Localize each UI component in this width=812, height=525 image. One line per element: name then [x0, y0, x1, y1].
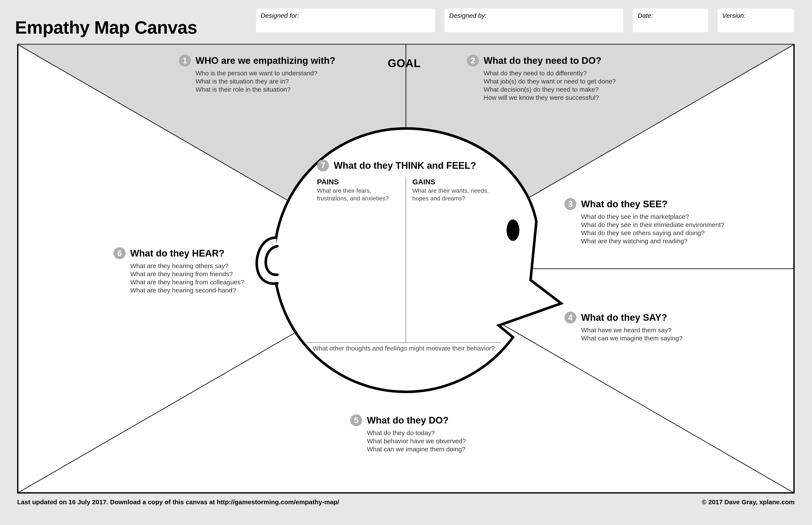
footer-left: Last updated on 16 July 2017. Download a…: [17, 498, 339, 506]
section-number: 3: [564, 198, 576, 210]
section-title: What do they THINK and FEEL?: [334, 160, 476, 171]
section-number: 2: [467, 55, 479, 66]
label-designed-for: Designed for:: [261, 12, 299, 19]
section-number: 6: [114, 247, 126, 259]
section-title: What do they SEE?: [581, 198, 667, 210]
section-title: WHO are we empathizing with?: [195, 55, 336, 66]
gains-body: What are their wants, needs, hopes and d…: [412, 187, 494, 202]
think-feel-footer: What other thoughts and feelings might m…: [306, 345, 501, 352]
section-title: What do they need to DO?: [484, 55, 602, 66]
page-title: Empathy Map Canvas: [15, 17, 197, 38]
label-version: Version:: [722, 12, 745, 19]
section-number: 1: [179, 55, 191, 66]
section-think-feel: 7What do they THINK and FEEL?: [317, 160, 510, 171]
section-prompts: What are they hearing others say? What a…: [130, 262, 244, 295]
canvas: GOAL 1WHO are we empathizing with? Who i…: [17, 44, 795, 494]
gains-label: GAINS: [412, 178, 494, 186]
section-see: 3What do they SEE? What do they see in t…: [564, 198, 724, 245]
section-number: 5: [350, 414, 362, 426]
section-number: 7: [317, 160, 329, 171]
footer: Last updated on 16 July 2017. Download a…: [17, 498, 795, 506]
section-prompts: What do they need to do differently? Wha…: [484, 69, 616, 102]
section-do-need: 2What do they need to DO? What do they n…: [467, 55, 616, 102]
section-prompts: What have we heard them say? What can we…: [581, 326, 683, 342]
section-who: 1WHO are we empathizing with? Who is the…: [179, 55, 336, 93]
footer-right: © 2017 Dave Gray, xplane.com: [702, 498, 795, 506]
eye-icon: [506, 220, 519, 241]
section-title: What do they DO?: [367, 414, 448, 426]
section-hear: 6What do they HEAR? What are they hearin…: [114, 247, 244, 295]
section-title: What do they SAY?: [581, 312, 667, 324]
pains-body: What are their fears, frustrations, and …: [317, 187, 398, 202]
goal-label: GOAL: [388, 57, 421, 70]
section-say: 4What do they SAY? What have we heard th…: [564, 312, 683, 342]
field-designed-by[interactable]: Designed by:: [444, 9, 623, 32]
field-version[interactable]: Version:: [718, 9, 794, 32]
field-date[interactable]: Date:: [633, 9, 708, 32]
pains: PAINS What are their fears, frustrations…: [317, 178, 398, 202]
section-prompts: Who is the person we want to understand?…: [195, 69, 336, 93]
section-prompts: What do they do today? What behavior hav…: [367, 429, 466, 453]
section-do: 5What do they DO? What do they do today?…: [350, 414, 466, 453]
label-date: Date:: [638, 12, 653, 19]
section-prompts: What do they see in the marketplace? Wha…: [581, 213, 724, 245]
pains-label: PAINS: [317, 178, 398, 186]
gains: GAINS What are their wants, needs, hopes…: [412, 178, 494, 202]
section-number: 4: [564, 312, 576, 324]
field-designed-for[interactable]: Designed for:: [256, 9, 435, 32]
section-title: What do they HEAR?: [130, 247, 224, 259]
label-designed-by: Designed by:: [449, 12, 487, 19]
